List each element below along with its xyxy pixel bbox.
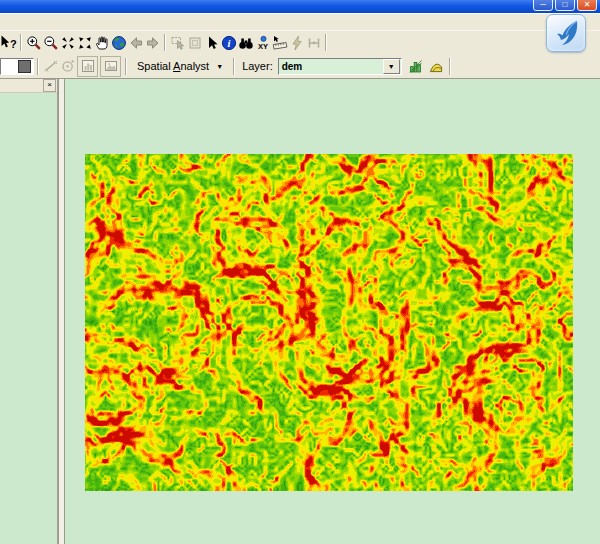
toolbar-separator (125, 58, 127, 75)
image-icon (103, 58, 119, 74)
fixed-zoom-out-button[interactable] (76, 33, 93, 53)
maximize-icon: □ (563, 0, 568, 10)
toc-panel-header: × (0, 79, 57, 93)
select-elements-button[interactable] (203, 33, 220, 53)
chevron-down-icon: ▼ (388, 63, 395, 70)
fixed-zoom-in-button[interactable] (59, 33, 76, 53)
html-popup-button[interactable] (305, 33, 322, 53)
html-popup-icon (306, 35, 322, 51)
clear-selection-icon (187, 35, 203, 51)
svg-text:XY: XY (257, 42, 267, 51)
measure-icon (272, 35, 288, 51)
select-elements-icon (204, 35, 220, 51)
toolbar-separator (164, 34, 166, 51)
clear-selection-button[interactable] (186, 33, 203, 53)
toolbar-separator (233, 58, 235, 75)
pan-icon (94, 35, 110, 51)
chevron-down-icon: ▼ (216, 63, 223, 70)
color-swatch (18, 60, 31, 73)
sketch-line-icon (43, 58, 59, 74)
sketch-circle-icon (60, 58, 76, 74)
find-icon (238, 35, 254, 51)
full-extent-button[interactable] (110, 33, 127, 53)
application-window: ─ □ ✕ ? (0, 0, 600, 544)
layer-combobox[interactable]: dem ▼ (278, 58, 402, 75)
histogram-icon (408, 58, 424, 74)
spatial-analyst-toolbar: Spatial Analyst ▼ Layer: dem ▼ (0, 54, 600, 78)
close-icon: ✕ (584, 0, 591, 10)
chart-icon (80, 58, 96, 74)
panel-splitter[interactable] (58, 79, 65, 544)
close-button[interactable]: ✕ (577, 0, 597, 11)
back-extent-icon (128, 35, 144, 51)
toolbar-separator (20, 34, 22, 51)
standard-toolbar: ? (0, 30, 600, 54)
contour-button[interactable] (426, 56, 446, 76)
minimize-button[interactable]: ─ (533, 0, 553, 11)
pan-button[interactable] (93, 33, 110, 53)
zoom-in-icon (26, 35, 42, 51)
back-extent-button[interactable] (127, 33, 144, 53)
forward-extent-icon (145, 35, 161, 51)
spatial-analyst-menu[interactable]: Spatial Analyst ▼ (130, 57, 230, 75)
forward-extent-button[interactable] (144, 33, 161, 53)
main-area: × (0, 78, 600, 544)
layer-label: Layer: (242, 60, 273, 72)
identify-button[interactable]: i (220, 33, 237, 53)
select-features-button[interactable] (169, 33, 186, 53)
swallow-bird-icon (551, 18, 581, 48)
title-bar: ─ □ ✕ (0, 0, 600, 14)
hyperlink-icon (289, 35, 305, 51)
window-controls: ─ □ ✕ (533, 0, 597, 11)
combo-dropdown-button[interactable]: ▼ (383, 59, 400, 74)
svg-text:i: i (227, 37, 230, 48)
go-to-xy-button[interactable]: XY (254, 33, 271, 53)
create-histogram-button[interactable] (406, 56, 426, 76)
find-button[interactable] (237, 33, 254, 53)
image-button[interactable] (100, 56, 121, 77)
raster-canvas[interactable] (85, 154, 573, 491)
identify-icon: i (221, 35, 237, 51)
toolbar-end-separator (325, 34, 327, 51)
whats-this-button[interactable]: ? (0, 33, 17, 53)
toc-panel: × (0, 79, 58, 544)
toolbar-separator (37, 58, 39, 75)
svg-text:?: ? (10, 37, 17, 49)
sketch-line-button[interactable] (42, 56, 59, 76)
toc-close-button[interactable]: × (43, 79, 56, 92)
go-to-xy-icon: XY (255, 35, 271, 51)
chart-button[interactable] (77, 56, 98, 77)
map-view (65, 79, 600, 544)
sketch-circle-button[interactable] (59, 56, 76, 76)
swallow-logo-button[interactable] (546, 14, 586, 52)
style-swatch-combo[interactable] (0, 58, 34, 75)
measure-button[interactable] (271, 33, 288, 53)
fixed-zoom-in-icon (60, 35, 76, 51)
contour-icon (428, 58, 444, 74)
toolbar-end-separator (449, 58, 451, 75)
hyperlink-button[interactable] (288, 33, 305, 53)
zoom-in-button[interactable] (25, 33, 42, 53)
full-extent-icon (111, 35, 127, 51)
minimize-icon: ─ (540, 0, 546, 10)
maximize-button[interactable]: □ (555, 0, 575, 11)
whats-this-icon: ? (1, 35, 17, 51)
layer-combobox-value: dem (279, 61, 383, 72)
zoom-out-icon (43, 35, 59, 51)
select-features-icon (170, 35, 186, 51)
fixed-zoom-out-icon (77, 35, 93, 51)
zoom-out-button[interactable] (42, 33, 59, 53)
spatial-analyst-menu-label: Spatial Analyst (137, 60, 209, 72)
